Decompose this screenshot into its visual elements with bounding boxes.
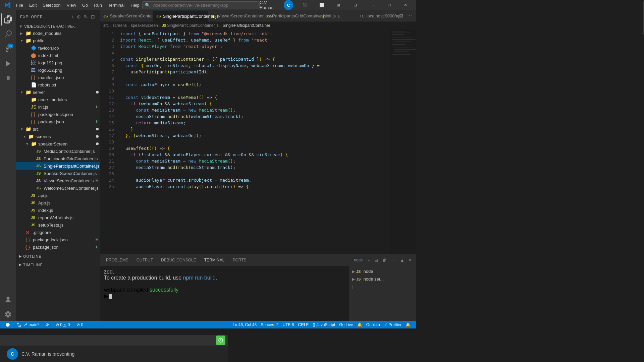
new-folder-icon[interactable]: ⊕ xyxy=(76,13,82,20)
tree-logo512[interactable]: 🖼 logo512.png xyxy=(16,66,100,74)
tree-logo192[interactable]: 🖼 logo192.png xyxy=(16,59,100,66)
tree-robots[interactable]: 📄 robots.txt xyxy=(16,81,100,88)
tree-participants-grid[interactable]: JS ParticipantsGridContainer.js xyxy=(16,155,100,162)
tree-speaker-screen[interactable]: ▼ 📁 speakerScreen xyxy=(16,140,100,147)
tree-manifest[interactable]: { } manifest.json xyxy=(16,74,100,81)
bc-speaker-screen[interactable]: speakerScreen xyxy=(131,23,158,28)
tree-api-js[interactable]: JS api.js xyxy=(16,192,100,199)
explorer-activity-icon[interactable] xyxy=(1,13,15,26)
terminal-tab-terminal[interactable]: TERMINAL xyxy=(202,256,227,264)
tree-speaker-screen-container[interactable]: JS SpeakerScreenContainer.js xyxy=(16,170,100,177)
terminal-tab-output[interactable]: OUTPUT xyxy=(134,256,156,264)
menu-go[interactable]: Go xyxy=(79,1,91,9)
menu-edit[interactable]: Edit xyxy=(26,1,39,9)
menu-terminal[interactable]: Terminal xyxy=(105,1,127,9)
terminal-close-icon[interactable]: × xyxy=(407,257,413,263)
node-item-2[interactable]: ▶ JS node ser... xyxy=(349,275,416,283)
tree-index-html[interactable]: ⬤ index.html xyxy=(16,52,100,59)
tree-setup-tests[interactable]: JS setupTests.js xyxy=(16,221,100,229)
root-folder[interactable]: ▼ VIDEOSDK-INTERACTIVE-... xyxy=(16,23,100,29)
status-branch[interactable]: ⎇ main* xyxy=(15,322,41,327)
status-prettier[interactable]: ✓ Prettier xyxy=(382,322,404,327)
tree-single-participant[interactable]: JS SingleParticipantContainer.js xyxy=(16,162,100,170)
status-errors[interactable]: ⊘ 0 △ 0 xyxy=(54,322,72,327)
extensions-activity-icon[interactable] xyxy=(1,72,15,85)
node-item-1[interactable]: ▶ JS node xyxy=(349,267,416,275)
tree-screens[interactable]: ▼ 📁 screens xyxy=(16,133,100,140)
split-editor-icon[interactable]: ⊟ xyxy=(398,12,405,19)
status-encoding[interactable]: UTF-8 xyxy=(281,322,296,327)
run-debug-activity-icon[interactable] xyxy=(1,57,15,70)
terminal-tab-problems[interactable]: PROBLEMS xyxy=(103,256,131,264)
tree-init-js[interactable]: JS init.js U xyxy=(16,103,100,111)
tree-app-js[interactable]: JS App.js xyxy=(16,199,100,206)
tab-single-participant[interactable]: JS SingleParticipantContainer.js × xyxy=(153,10,208,22)
menu-selection[interactable]: Selection xyxy=(40,1,63,9)
layout-icon-3[interactable]: ⊞ xyxy=(331,0,346,10)
split-terminal-icon[interactable]: ⊟ xyxy=(373,257,380,263)
tree-public[interactable]: ▼ 📁 public xyxy=(16,37,100,44)
menu-run[interactable]: Run xyxy=(91,1,105,9)
tree-index-js[interactable]: JS index.js xyxy=(16,206,100,214)
code-content[interactable]: import { useParticipant } from "@videosd… xyxy=(117,29,389,254)
search-input[interactable] xyxy=(142,1,260,9)
tree-media-controls[interactable]: JS MediaControlsContainer.js xyxy=(16,147,100,155)
tab-localhost[interactable]: TC localhost:9000/api/ × xyxy=(356,10,398,22)
status-live-share[interactable] xyxy=(3,322,12,327)
terminal-maximize-icon[interactable]: ▲ xyxy=(398,257,406,263)
tab-participants-grid[interactable]: JS ParticipantsGridContainer.js × xyxy=(262,10,316,22)
outline-section[interactable]: ▶ OUTLINE xyxy=(16,252,100,260)
new-file-icon[interactable]: + xyxy=(70,13,75,20)
status-language[interactable]: {} JavaScript xyxy=(311,322,337,327)
tab-init[interactable]: JS init.js U × xyxy=(316,10,356,22)
tree-server-pkg-lock[interactable]: { } package-lock.json xyxy=(16,111,100,118)
status-notification[interactable]: 🔔 xyxy=(404,322,413,327)
minimize-button[interactable]: ─ xyxy=(366,0,381,10)
tab-speaker-screen[interactable]: JS SpeakerScreenContainer.js × xyxy=(100,10,153,22)
accounts-activity-icon[interactable] xyxy=(1,293,15,306)
bc-src[interactable]: src xyxy=(103,23,109,28)
tree-root-pkg-lock[interactable]: { } package-lock.json M xyxy=(16,236,100,243)
new-terminal-icon[interactable]: + xyxy=(366,257,372,263)
status-sync[interactable]: ⟳ xyxy=(44,322,51,327)
maximize-button[interactable]: □ xyxy=(382,0,397,10)
search-activity-icon[interactable] xyxy=(1,27,15,41)
tree-report-web[interactable]: JS reportWebVitals.js xyxy=(16,214,100,221)
terminal-output[interactable]: zed. To create a production build, use n… xyxy=(100,266,349,321)
terminal-trash-icon[interactable]: 🗑 xyxy=(381,257,388,263)
timeline-section[interactable]: ▶ TIMELINE xyxy=(16,260,100,269)
refresh-icon[interactable]: ↻ xyxy=(83,13,89,20)
status-bell[interactable]: 🔔 xyxy=(355,322,364,327)
status-go-live[interactable]: Go Live xyxy=(337,322,355,327)
collapse-icon[interactable]: ⊟ xyxy=(90,13,96,20)
tree-welcome-screen[interactable]: JS WelcomeScreenContainer.js xyxy=(16,184,100,192)
layout-icon-4[interactable]: ⊟ xyxy=(347,0,363,10)
tree-favicon[interactable]: 🔷 favicon.ico xyxy=(16,44,100,52)
tree-node-modules[interactable]: ▶ 📁 node_modules xyxy=(16,29,100,37)
status-position[interactable]: Ln 46, Col 43 xyxy=(231,322,259,327)
terminal-tab-debug[interactable]: DEBUG CONSOLE xyxy=(158,256,199,264)
tree-server[interactable]: ▼ 📁 server xyxy=(16,88,100,96)
tree-server-node-modules[interactable]: 📁 node_modules xyxy=(16,96,100,103)
tree-root-pkg[interactable]: { } package.json U xyxy=(16,243,100,251)
tree-src[interactable]: ▼ 📁 src xyxy=(16,125,100,133)
terminal-more-icon[interactable]: ⋯ xyxy=(390,257,397,263)
status-quokka[interactable]: Quokka xyxy=(364,322,382,327)
settings-activity-icon[interactable] xyxy=(1,308,15,321)
bc-screens[interactable]: screens xyxy=(113,23,127,28)
status-spaces[interactable]: Spaces: 2 xyxy=(259,322,280,327)
source-control-activity-icon[interactable]: 31 xyxy=(1,42,15,56)
menu-help[interactable]: Help xyxy=(128,1,142,9)
tab-viewer-screen[interactable]: JS ViewerScreenContainer.js M × xyxy=(208,10,262,22)
tree-gitignore[interactable]: ⊘ .gitignore xyxy=(16,229,100,236)
status-warnings[interactable]: ⊘ 0 xyxy=(74,322,85,327)
menu-file[interactable]: File xyxy=(13,1,26,9)
tree-server-pkg[interactable]: { } package.json U xyxy=(16,118,100,125)
bc-symbol[interactable]: SingleParticipantContainer xyxy=(223,23,270,28)
bc-file[interactable]: JSSingleParticipantContainer.js xyxy=(162,23,219,28)
status-eol[interactable]: CRLF xyxy=(296,322,311,327)
tree-viewer-screen[interactable]: JS ViewerScreenContainer.js M xyxy=(16,177,100,184)
layout-icon-2[interactable]: ⬜ xyxy=(314,0,329,10)
layout-icon-1[interactable]: ⬛ xyxy=(297,0,313,10)
close-button[interactable]: ✕ xyxy=(398,0,413,10)
